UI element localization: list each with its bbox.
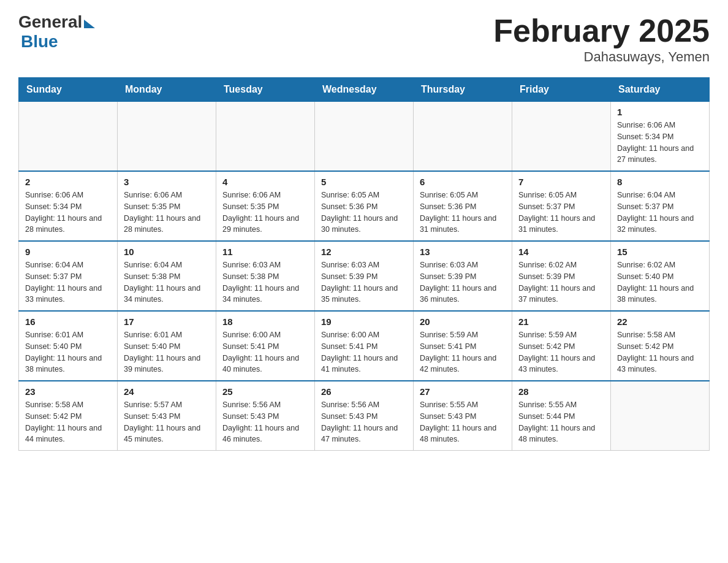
day-number: 14 [518, 247, 604, 257]
day-number: 20 [420, 316, 506, 327]
day-info: Sunrise: 6:02 AM Sunset: 5:39 PM Dayligh… [518, 259, 604, 305]
calendar-day-cell [414, 102, 512, 172]
day-info: Sunrise: 6:05 AM Sunset: 5:37 PM Dayligh… [518, 190, 604, 236]
day-number: 2 [25, 177, 111, 187]
logo-chevron-icon [84, 20, 95, 28]
calendar-day-cell: 3Sunrise: 6:06 AM Sunset: 5:35 PM Daylig… [118, 171, 216, 241]
day-number: 12 [321, 247, 407, 257]
day-number: 3 [124, 177, 210, 187]
calendar-day-cell: 21Sunrise: 5:59 AM Sunset: 5:42 PM Dayli… [512, 311, 611, 381]
day-info: Sunrise: 6:06 AM Sunset: 5:35 PM Dayligh… [124, 190, 210, 236]
day-number: 19 [321, 316, 407, 327]
calendar-day-cell: 22Sunrise: 5:58 AM Sunset: 5:42 PM Dayli… [611, 311, 710, 381]
day-number: 22 [617, 316, 703, 327]
weekday-header-tuesday: Tuesday [216, 78, 315, 102]
calendar-day-cell: 24Sunrise: 5:57 AM Sunset: 5:43 PM Dayli… [118, 381, 216, 451]
day-info: Sunrise: 6:05 AM Sunset: 5:36 PM Dayligh… [420, 190, 506, 236]
day-number: 15 [617, 247, 703, 257]
day-number: 1 [617, 107, 703, 117]
day-number: 5 [321, 177, 407, 187]
calendar-day-cell: 1Sunrise: 6:06 AM Sunset: 5:34 PM Daylig… [611, 102, 710, 172]
day-info: Sunrise: 5:56 AM Sunset: 5:43 PM Dayligh… [321, 399, 407, 445]
weekday-header-saturday: Saturday [611, 78, 710, 102]
day-info: Sunrise: 6:02 AM Sunset: 5:40 PM Dayligh… [617, 259, 703, 305]
calendar-day-cell [315, 102, 414, 172]
calendar-day-cell: 12Sunrise: 6:03 AM Sunset: 5:39 PM Dayli… [315, 241, 414, 311]
day-info: Sunrise: 6:06 AM Sunset: 5:34 PM Dayligh… [25, 190, 111, 236]
calendar-week-row: 9Sunrise: 6:04 AM Sunset: 5:37 PM Daylig… [19, 241, 710, 311]
day-number: 9 [25, 247, 111, 257]
day-info: Sunrise: 6:06 AM Sunset: 5:34 PM Dayligh… [617, 120, 703, 166]
calendar-day-cell: 17Sunrise: 6:01 AM Sunset: 5:40 PM Dayli… [118, 311, 216, 381]
day-info: Sunrise: 5:55 AM Sunset: 5:44 PM Dayligh… [518, 399, 604, 445]
day-info: Sunrise: 6:04 AM Sunset: 5:37 PM Dayligh… [25, 259, 111, 305]
weekday-header-friday: Friday [512, 78, 611, 102]
day-info: Sunrise: 6:03 AM Sunset: 5:38 PM Dayligh… [222, 259, 308, 305]
calendar-day-cell: 14Sunrise: 6:02 AM Sunset: 5:39 PM Dayli… [512, 241, 611, 311]
day-info: Sunrise: 5:56 AM Sunset: 5:43 PM Dayligh… [222, 399, 308, 445]
logo-general-text: General [18, 12, 82, 32]
day-number: 23 [25, 386, 111, 397]
calendar-day-cell: 15Sunrise: 6:02 AM Sunset: 5:40 PM Dayli… [611, 241, 710, 311]
day-number: 17 [124, 316, 210, 327]
calendar-day-cell: 28Sunrise: 5:55 AM Sunset: 5:44 PM Dayli… [512, 381, 611, 451]
calendar-day-cell: 10Sunrise: 6:04 AM Sunset: 5:38 PM Dayli… [118, 241, 216, 311]
calendar-day-cell [118, 102, 216, 172]
day-info: Sunrise: 6:03 AM Sunset: 5:39 PM Dayligh… [420, 259, 506, 305]
calendar-day-cell: 25Sunrise: 5:56 AM Sunset: 5:43 PM Dayli… [216, 381, 315, 451]
page-header: General Blue February 2025 Dahasuways, Y… [18, 12, 710, 65]
calendar-day-cell: 11Sunrise: 6:03 AM Sunset: 5:38 PM Dayli… [216, 241, 315, 311]
calendar-table: SundayMondayTuesdayWednesdayThursdayFrid… [18, 77, 710, 451]
calendar-day-cell: 7Sunrise: 6:05 AM Sunset: 5:37 PM Daylig… [512, 171, 611, 241]
day-info: Sunrise: 6:00 AM Sunset: 5:41 PM Dayligh… [321, 329, 407, 375]
calendar-day-cell: 27Sunrise: 5:55 AM Sunset: 5:43 PM Dayli… [414, 381, 512, 451]
calendar-week-row: 1Sunrise: 6:06 AM Sunset: 5:34 PM Daylig… [19, 102, 710, 172]
calendar-week-row: 23Sunrise: 5:58 AM Sunset: 5:42 PM Dayli… [19, 381, 710, 451]
calendar-day-cell: 16Sunrise: 6:01 AM Sunset: 5:40 PM Dayli… [19, 311, 118, 381]
day-number: 18 [222, 316, 308, 327]
calendar-day-cell: 26Sunrise: 5:56 AM Sunset: 5:43 PM Dayli… [315, 381, 414, 451]
calendar-day-cell: 13Sunrise: 6:03 AM Sunset: 5:39 PM Dayli… [414, 241, 512, 311]
day-number: 16 [25, 316, 111, 327]
day-number: 27 [420, 386, 506, 397]
day-number: 6 [420, 177, 506, 187]
weekday-header-wednesday: Wednesday [315, 78, 414, 102]
day-info: Sunrise: 5:55 AM Sunset: 5:43 PM Dayligh… [420, 399, 506, 445]
calendar-day-cell: 18Sunrise: 6:00 AM Sunset: 5:41 PM Dayli… [216, 311, 315, 381]
day-info: Sunrise: 6:01 AM Sunset: 5:40 PM Dayligh… [124, 329, 210, 375]
day-info: Sunrise: 6:06 AM Sunset: 5:35 PM Dayligh… [222, 190, 308, 236]
day-number: 28 [518, 386, 604, 397]
day-number: 21 [518, 316, 604, 327]
day-info: Sunrise: 6:03 AM Sunset: 5:39 PM Dayligh… [321, 259, 407, 305]
day-info: Sunrise: 6:00 AM Sunset: 5:41 PM Dayligh… [222, 329, 308, 375]
day-number: 24 [124, 386, 210, 397]
day-info: Sunrise: 6:04 AM Sunset: 5:37 PM Dayligh… [617, 190, 703, 236]
day-number: 26 [321, 386, 407, 397]
day-info: Sunrise: 5:58 AM Sunset: 5:42 PM Dayligh… [25, 399, 111, 445]
weekday-header-sunday: Sunday [19, 78, 118, 102]
calendar-day-cell [611, 381, 710, 451]
calendar-day-cell: 5Sunrise: 6:05 AM Sunset: 5:36 PM Daylig… [315, 171, 414, 241]
day-info: Sunrise: 5:59 AM Sunset: 5:42 PM Dayligh… [518, 329, 604, 375]
day-number: 7 [518, 177, 604, 187]
day-info: Sunrise: 6:05 AM Sunset: 5:36 PM Dayligh… [321, 190, 407, 236]
weekday-header-thursday: Thursday [414, 78, 512, 102]
calendar-day-cell: 20Sunrise: 5:59 AM Sunset: 5:41 PM Dayli… [414, 311, 512, 381]
calendar-day-cell: 4Sunrise: 6:06 AM Sunset: 5:35 PM Daylig… [216, 171, 315, 241]
day-info: Sunrise: 5:59 AM Sunset: 5:41 PM Dayligh… [420, 329, 506, 375]
day-info: Sunrise: 5:58 AM Sunset: 5:42 PM Dayligh… [617, 329, 703, 375]
logo: General Blue [18, 12, 95, 52]
calendar-title: February 2025 [493, 12, 710, 49]
calendar-week-row: 16Sunrise: 6:01 AM Sunset: 5:40 PM Dayli… [19, 311, 710, 381]
day-number: 10 [124, 247, 210, 257]
calendar-day-cell: 23Sunrise: 5:58 AM Sunset: 5:42 PM Dayli… [19, 381, 118, 451]
calendar-day-cell: 6Sunrise: 6:05 AM Sunset: 5:36 PM Daylig… [414, 171, 512, 241]
weekday-header-monday: Monday [118, 78, 216, 102]
calendar-day-cell [19, 102, 118, 172]
day-info: Sunrise: 6:04 AM Sunset: 5:38 PM Dayligh… [124, 259, 210, 305]
calendar-subtitle: Dahasuways, Yemen [493, 49, 710, 65]
day-info: Sunrise: 5:57 AM Sunset: 5:43 PM Dayligh… [124, 399, 210, 445]
title-section: February 2025 Dahasuways, Yemen [493, 12, 710, 65]
calendar-day-cell: 2Sunrise: 6:06 AM Sunset: 5:34 PM Daylig… [19, 171, 118, 241]
day-number: 13 [420, 247, 506, 257]
